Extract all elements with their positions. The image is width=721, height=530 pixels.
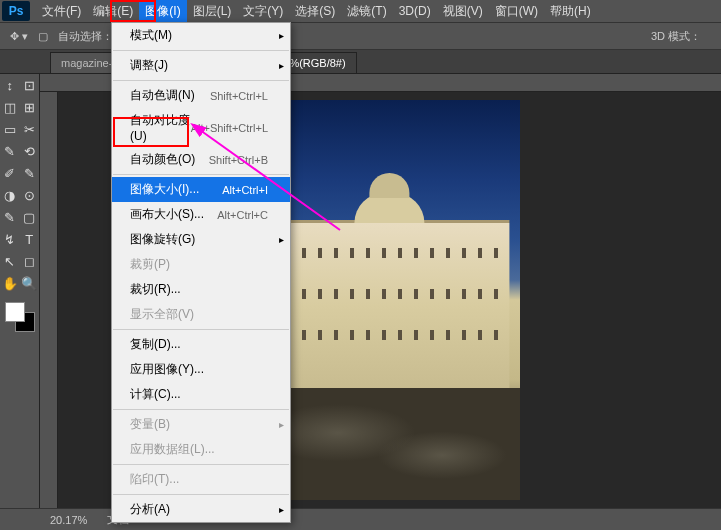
tool-gradient[interactable]: ✎ (0, 206, 20, 228)
menu-file[interactable]: 文件(F) (36, 0, 87, 23)
tool-brush[interactable]: ✐ (0, 162, 20, 184)
menu-edit[interactable]: 编辑(E) (87, 0, 139, 23)
menu-item-变量b: 变量(B) (112, 412, 290, 437)
menu-view[interactable]: 视图(V) (437, 0, 489, 23)
ps-logo: Ps (2, 1, 30, 21)
document-image (260, 100, 520, 500)
menu-select[interactable]: 选择(S) (289, 0, 341, 23)
menu-item-陷印t: 陷印(T)... (112, 467, 290, 492)
foreground-color[interactable] (5, 302, 25, 322)
menu-item-调整j[interactable]: 调整(J) (112, 53, 290, 78)
menu-item-裁切r[interactable]: 裁切(R)... (112, 277, 290, 302)
tool-shape[interactable]: ◻ (20, 250, 40, 272)
tool-crop[interactable]: ▭ (0, 118, 20, 140)
image-menu-dropdown: 模式(M)调整(J)自动色调(N)Shift+Ctrl+L自动对比度(U)Alt… (111, 22, 291, 523)
menu-item-分析a[interactable]: 分析(A) (112, 497, 290, 522)
menu-type[interactable]: 文字(Y) (237, 0, 289, 23)
workspace: ↕ ⊡ ◫ ⊞ ▭ ✂ ✎ ⟲ ✐ ✎ ◑ ⊙ ✎ ▢ ↯ T ↖ ◻ ✋ 🔍 (0, 74, 721, 508)
menu-item-复制d[interactable]: 复制(D)... (112, 332, 290, 357)
menu-item-应用数据组l: 应用数据组(L)... (112, 437, 290, 462)
zoom-level[interactable]: 20.17% (50, 514, 87, 526)
menu-item-计算c[interactable]: 计算(C)... (112, 382, 290, 407)
menu-item-自动色调n[interactable]: 自动色调(N)Shift+Ctrl+L (112, 83, 290, 108)
tool-hand[interactable]: ✋ (0, 272, 20, 294)
checkbox-autoselect[interactable]: ▢ (38, 30, 48, 43)
document-tabs: magazine-u... DE14B9AE344B.jpg @ 20.2%(R… (0, 50, 721, 74)
menu-window[interactable]: 窗口(W) (489, 0, 544, 23)
tool-artboard[interactable]: ⊡ (20, 74, 40, 96)
tool-move[interactable]: ↕ (0, 74, 20, 96)
tool-slice[interactable]: ✂ (20, 118, 40, 140)
menu-item-显示全部v: 显示全部(V) (112, 302, 290, 327)
menu-item-应用图像y[interactable]: 应用图像(Y)... (112, 357, 290, 382)
menu-help[interactable]: 帮助(H) (544, 0, 597, 23)
menubar: Ps 文件(F) 编辑(E) 图像(I) 图层(L) 文字(Y) 选择(S) 滤… (0, 0, 721, 22)
tool-pen[interactable]: ↯ (0, 228, 20, 250)
menu-item-画布大小s[interactable]: 画布大小(S)...Alt+Ctrl+C (112, 202, 290, 227)
ruler-vertical[interactable] (40, 92, 58, 508)
menu-layer[interactable]: 图层(L) (187, 0, 238, 23)
options-bar: ✥ ▾ ▢ 自动选择： 3D 模式： (0, 22, 721, 50)
color-swatch[interactable] (5, 302, 35, 332)
tool-path[interactable]: ↖ (0, 250, 20, 272)
tool-lasso[interactable]: ⊞ (20, 96, 40, 118)
menu-item-图像大小i[interactable]: 图像大小(I)...Alt+Ctrl+I (112, 177, 290, 202)
tool-blur[interactable]: ▢ (20, 206, 40, 228)
building-graphic (270, 220, 509, 388)
label-autoselect: 自动选择： (58, 29, 113, 44)
tool-marquee[interactable]: ◫ (0, 96, 20, 118)
menu-filter[interactable]: 滤镜(T) (341, 0, 392, 23)
statusbar: 20.17% 文档：10.5M/10.5M (0, 508, 721, 530)
label-3dmode: 3D 模式： (651, 29, 701, 44)
menu-item-图像旋转g[interactable]: 图像旋转(G) (112, 227, 290, 252)
tool-history[interactable]: ◑ (0, 184, 20, 206)
tool-heal[interactable]: ⟲ (20, 140, 40, 162)
menu-item-自动对比度u[interactable]: 自动对比度(U)Alt+Shift+Ctrl+L (112, 108, 290, 147)
menu-item-模式m[interactable]: 模式(M) (112, 23, 290, 48)
menu-item-自动颜色o[interactable]: 自动颜色(O)Shift+Ctrl+B (112, 147, 290, 172)
tool-eyedropper[interactable]: ✎ (0, 140, 20, 162)
toolbar: ↕ ⊡ ◫ ⊞ ▭ ✂ ✎ ⟲ ✐ ✎ ◑ ⊙ ✎ ▢ ↯ T ↖ ◻ ✋ 🔍 (0, 74, 40, 508)
move-tool-icon[interactable]: ✥ ▾ (10, 30, 28, 43)
menu-item-裁剪p: 裁剪(P) (112, 252, 290, 277)
tool-stamp[interactable]: ✎ (20, 162, 40, 184)
tool-text[interactable]: T (20, 228, 40, 250)
menu-3d[interactable]: 3D(D) (393, 1, 437, 21)
tool-zoom[interactable]: 🔍 (20, 272, 40, 294)
tool-eraser[interactable]: ⊙ (20, 184, 40, 206)
menu-image[interactable]: 图像(I) (139, 0, 186, 23)
